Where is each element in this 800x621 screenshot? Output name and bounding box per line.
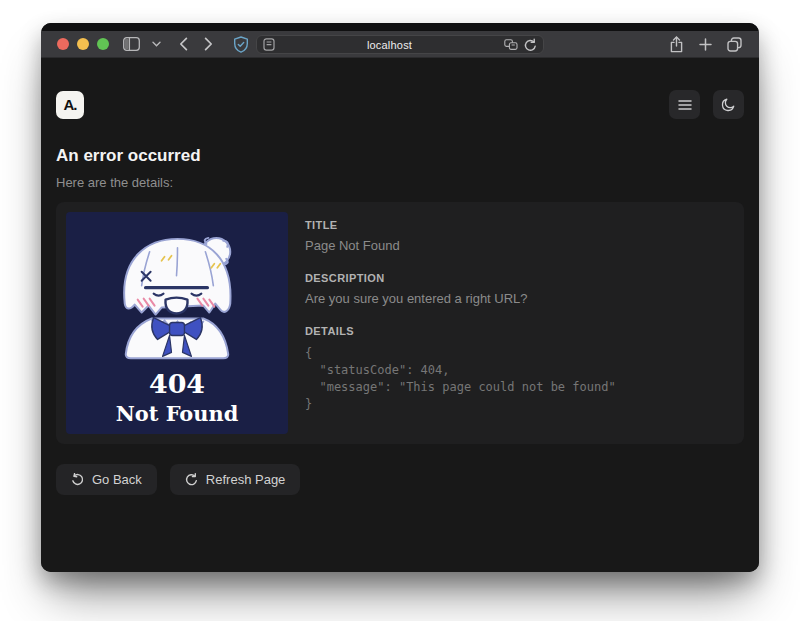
close-window-button[interactable] — [57, 38, 69, 50]
menu-button[interactable] — [669, 90, 700, 119]
error-actions: Go Back Refresh Page — [56, 464, 744, 495]
forward-icon[interactable] — [204, 37, 213, 51]
moon-icon — [721, 97, 736, 112]
field-description-value: Are you sure you entered a right URL? — [305, 291, 734, 306]
zoom-window-button[interactable] — [97, 38, 109, 50]
share-icon[interactable] — [669, 36, 684, 53]
shield-icon[interactable] — [233, 36, 249, 53]
translate-icon[interactable] — [504, 39, 518, 51]
error-404-image: 404 Not Found — [66, 212, 288, 434]
go-back-label: Go Back — [92, 472, 142, 487]
field-title: TITLE Page Not Found — [305, 219, 734, 253]
field-title-value: Page Not Found — [305, 238, 734, 253]
minimize-window-button[interactable] — [77, 38, 89, 50]
error-subtitle: Here are the details: — [56, 175, 744, 190]
url-text[interactable]: localhost — [275, 39, 504, 51]
error-title: An error occurred — [56, 146, 744, 166]
site-header: A. — [56, 90, 744, 119]
site-logo[interactable]: A. — [56, 91, 84, 119]
refresh-page-label: Refresh Page — [206, 472, 286, 487]
field-details: DETAILS { "statusCode": 404, "message": … — [305, 325, 734, 413]
refresh-icon — [185, 473, 198, 486]
window-top-edge — [41, 23, 759, 31]
field-description-label: DESCRIPTION — [305, 272, 734, 284]
field-description: DESCRIPTION Are you sure you entered a r… — [305, 272, 734, 306]
dark-mode-toggle[interactable] — [713, 90, 744, 119]
undo-arrow-icon — [71, 473, 84, 486]
browser-toolbar: localhost — [41, 31, 759, 58]
field-details-label: DETAILS — [305, 325, 734, 337]
field-title-label: TITLE — [305, 219, 734, 231]
chevron-down-icon[interactable] — [152, 41, 161, 47]
window-controls — [57, 38, 109, 50]
field-details-code: { "statusCode": 404, "message": "This pa… — [305, 345, 734, 413]
go-back-button[interactable]: Go Back — [56, 464, 157, 495]
browser-window: localhost — [41, 23, 759, 572]
reload-icon[interactable] — [524, 38, 537, 52]
new-tab-icon[interactable] — [699, 38, 712, 51]
image-not-found-text: Not Found — [116, 401, 239, 426]
address-bar[interactable]: localhost — [256, 35, 544, 54]
hamburger-icon — [678, 100, 692, 110]
sidebar-toggle-icon[interactable] — [123, 37, 140, 51]
image-404-text: 404 — [149, 368, 205, 399]
refresh-page-button[interactable]: Refresh Page — [170, 464, 301, 495]
page-content: A. An error occurred Here are the detail — [41, 58, 759, 572]
back-icon[interactable] — [179, 37, 188, 51]
page-info-icon[interactable] — [263, 38, 275, 51]
error-card: 404 Not Found TITLE Page Not Found DESCR… — [56, 202, 744, 444]
tab-overview-icon[interactable] — [727, 37, 742, 52]
